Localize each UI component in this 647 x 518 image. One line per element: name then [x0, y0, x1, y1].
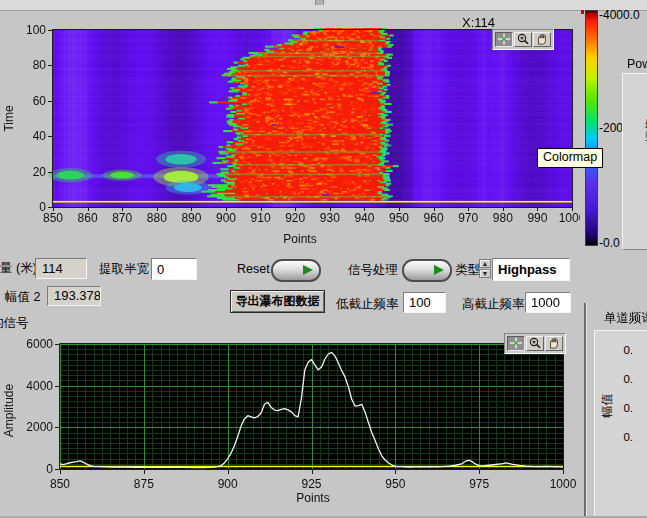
right-top-rotated-label: 幅值 — [643, 119, 647, 143]
right-top-panel: 幅值 — [622, 73, 647, 250]
toggle-arrow-icon — [434, 265, 444, 275]
zoom-tool-button[interactable] — [514, 32, 532, 47]
colorbar-tick-min: -0.0 — [599, 236, 620, 250]
colorbar-max-marker — [581, 10, 584, 14]
signal-processing-label: 信号处理 — [348, 262, 398, 279]
y-tick: 0. — [613, 344, 633, 356]
amplitude2-indicator: 193.378 — [47, 286, 101, 306]
halfwidth-input[interactable] — [151, 258, 197, 280]
amplitude2-label: 幅值 2 — [5, 289, 40, 306]
export-waterfall-button[interactable]: 导出瀑布图数据 — [230, 290, 325, 313]
cursor-tool-button[interactable] — [495, 32, 513, 47]
y-tick: 0. — [613, 402, 633, 414]
colorbar[interactable] — [585, 10, 598, 246]
high-cutoff-input[interactable] — [525, 292, 571, 313]
hand-icon — [535, 31, 549, 49]
pan-tool-button[interactable] — [533, 32, 551, 47]
filter-type-spinner — [479, 259, 491, 279]
spinner-up-button[interactable] — [479, 259, 491, 268]
low-cutoff-label: 低截止频率 — [336, 296, 399, 313]
crosshair-icon — [509, 335, 523, 353]
y-tick: 0. — [613, 373, 633, 385]
magnifier-icon — [516, 31, 530, 49]
graph-palette-bottom — [504, 333, 566, 354]
low-cutoff-input[interactable] — [403, 292, 446, 313]
reset-toggle[interactable] — [271, 259, 321, 282]
crosshair-icon — [497, 31, 511, 49]
reset-label: Reset — [237, 262, 270, 276]
hand-icon — [547, 335, 561, 353]
top-edge-notch — [315, 0, 324, 5]
signal-processing-toggle[interactable] — [402, 259, 452, 282]
vertical-divider — [584, 303, 587, 518]
filter-type-label: 类型 — [455, 262, 480, 279]
colorbar-tick-max: -4000.0 — [599, 8, 640, 22]
magnifier-icon — [528, 335, 542, 353]
pan-tool-button[interactable] — [545, 336, 563, 351]
filter-type-value[interactable] — [492, 258, 570, 281]
spinner-down-button[interactable] — [479, 269, 491, 278]
cursor-tool-button[interactable] — [507, 336, 525, 351]
extracted-signal-canvas[interactable] — [0, 330, 585, 518]
y-tick: 0. — [613, 431, 633, 443]
right-top-clipped-title: Pow — [627, 57, 647, 71]
single-channel-spectrum-panel: 0. 0. 0. 0. 幅值 — [594, 330, 647, 518]
colormap-tooltip: Colormap — [537, 148, 603, 168]
position-indicator: 114 — [35, 258, 87, 279]
toggle-arrow-icon — [303, 265, 313, 275]
high-cutoff-label: 高截止频率 — [462, 296, 525, 313]
graph-palette-top — [492, 29, 554, 50]
halfwidth-label: 提取半宽 — [99, 261, 149, 278]
position-label: 量 (米) — [0, 260, 37, 277]
amplitude-rotated-label: 幅值 — [599, 394, 616, 418]
zoom-tool-button[interactable] — [526, 336, 544, 351]
single-channel-spectrum-title: 单道频谱 — [604, 310, 647, 327]
cursor-x-readout: X:114 — [462, 15, 495, 30]
